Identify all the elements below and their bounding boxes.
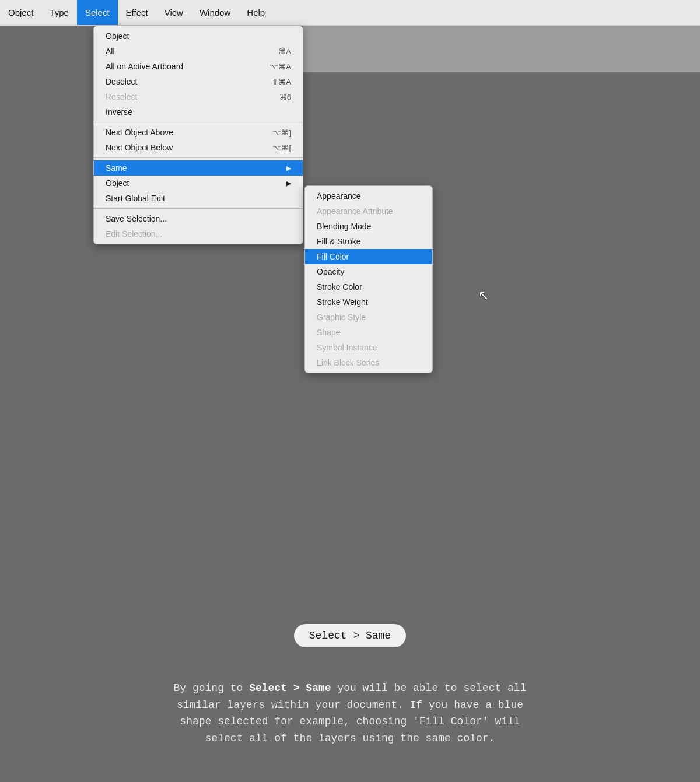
submenu-item-appearance-label: Appearance <box>317 191 361 201</box>
submenu-item-link-block-series-label: Link Block Series <box>317 358 379 367</box>
menubar-item-effect[interactable]: Effect <box>118 0 156 25</box>
menu-item-save-selection-label: Save Selection... <box>106 214 167 223</box>
menu-separator-3 <box>94 208 303 209</box>
submenu-item-appearance[interactable]: Appearance <box>305 188 432 204</box>
menu-item-all-artboard[interactable]: All on Active Artboard ⌥⌘A <box>94 59 303 74</box>
menu-item-global-edit[interactable]: Start Global Edit <box>94 191 303 206</box>
menu-item-deselect-shortcut: ⇧⌘A <box>272 78 291 86</box>
info-badge: Select > Same <box>294 624 406 647</box>
submenu-item-appearance-attr-label: Appearance Attribute <box>317 206 393 216</box>
menu-item-next-above[interactable]: Next Object Above ⌥⌘] <box>94 125 303 140</box>
menu-item-next-below-label: Next Object Below <box>106 143 173 152</box>
menu-item-next-above-label: Next Object Above <box>106 128 173 137</box>
submenu-item-stroke-weight-label: Stroke Weight <box>317 297 368 307</box>
menu-item-inverse-label: Inverse <box>106 107 132 117</box>
menu-item-all-artboard-label: All on Active Artboard <box>106 62 183 71</box>
submenu-item-shape-label: Shape <box>317 328 340 337</box>
menu-item-deselect-label: Deselect <box>106 77 137 86</box>
submenu-item-stroke-color[interactable]: Stroke Color <box>305 279 432 294</box>
menu-item-object2[interactable]: Object ▶ <box>94 176 303 191</box>
submenu-item-blending-mode[interactable]: Blending Mode <box>305 219 432 234</box>
submenu-item-blending-mode-label: Blending Mode <box>317 222 371 231</box>
info-section: Select > Same By going to Select > Same … <box>0 601 700 782</box>
menubar-item-type[interactable]: Type <box>41 0 77 25</box>
menu-item-same[interactable]: Same ▶ <box>94 160 303 176</box>
submenu-item-fill-color-label: Fill Color <box>317 252 349 261</box>
menu-item-same-label: Same <box>106 163 127 173</box>
menu-item-next-below[interactable]: Next Object Below ⌥⌘[ <box>94 140 303 155</box>
menu-item-object[interactable]: Object <box>94 29 303 44</box>
menu-item-object-label: Object <box>106 31 129 41</box>
info-description: By going to Select > Same you will be ab… <box>35 680 665 747</box>
same-submenu: Appearance Appearance Attribute Blending… <box>304 185 433 373</box>
menu-item-all-label: All <box>106 47 115 56</box>
submenu-item-stroke-weight[interactable]: Stroke Weight <box>305 294 432 310</box>
submenu-item-fill-color[interactable]: Fill Color <box>305 249 432 264</box>
submenu-item-opacity[interactable]: Opacity <box>305 264 432 279</box>
menu-item-all-artboard-shortcut: ⌥⌘A <box>270 62 291 71</box>
submenu-item-stroke-color-label: Stroke Color <box>317 282 362 292</box>
menubar-item-object[interactable]: Object <box>0 0 41 25</box>
submenu-item-symbol-instance-label: Symbol Instance <box>317 343 377 352</box>
submenu-item-graphic-style: Graphic Style <box>305 310 432 325</box>
menu-item-inverse[interactable]: Inverse <box>94 104 303 120</box>
primary-dropdown-menu: Object All ⌘A All on Active Artboard ⌥⌘A… <box>93 26 303 244</box>
menu-item-all-shortcut: ⌘A <box>278 47 291 56</box>
submenu-item-shape: Shape <box>305 325 432 340</box>
menubar-item-window[interactable]: Window <box>191 0 239 25</box>
menubar-item-view[interactable]: View <box>156 0 191 25</box>
menu-item-global-edit-label: Start Global Edit <box>106 194 165 203</box>
menu-item-object2-arrow: ▶ <box>286 180 291 187</box>
menu-separator-2 <box>94 157 303 158</box>
submenu-item-opacity-label: Opacity <box>317 267 344 276</box>
menu-item-same-arrow: ▶ <box>286 164 291 172</box>
menu-item-next-above-shortcut: ⌥⌘] <box>272 128 291 137</box>
menu-item-object2-label: Object <box>106 178 129 188</box>
menu-item-edit-selection-label: Edit Selection... <box>106 229 162 239</box>
submenu-item-appearance-attr: Appearance Attribute <box>305 204 432 219</box>
menubar-item-select[interactable]: Select <box>77 0 118 25</box>
submenu-item-link-block-series: Link Block Series <box>305 355 432 370</box>
menubar-item-help[interactable]: Help <box>239 0 273 25</box>
menu-item-edit-selection: Edit Selection... <box>94 226 303 241</box>
submenu-item-fill-stroke[interactable]: Fill & Stroke <box>305 234 432 249</box>
menu-item-all[interactable]: All ⌘A <box>94 44 303 59</box>
menu-separator-1 <box>94 122 303 122</box>
submenu-item-symbol-instance: Symbol Instance <box>305 340 432 355</box>
menu-item-deselect[interactable]: Deselect ⇧⌘A <box>94 74 303 89</box>
menu-item-next-below-shortcut: ⌥⌘[ <box>272 143 291 152</box>
submenu-item-fill-stroke-label: Fill & Stroke <box>317 237 360 246</box>
menu-item-reselect-label: Reselect <box>106 92 137 101</box>
menubar: Object Type Select Effect View Window He… <box>0 0 700 26</box>
menu-item-reselect-shortcut: ⌘6 <box>279 93 291 101</box>
submenu-item-graphic-style-label: Graphic Style <box>317 313 366 322</box>
menu-item-save-selection[interactable]: Save Selection... <box>94 211 303 226</box>
menu-item-reselect: Reselect ⌘6 <box>94 89 303 104</box>
dropdown-wrapper: Object All ⌘A All on Active Artboard ⌥⌘A… <box>93 26 433 373</box>
